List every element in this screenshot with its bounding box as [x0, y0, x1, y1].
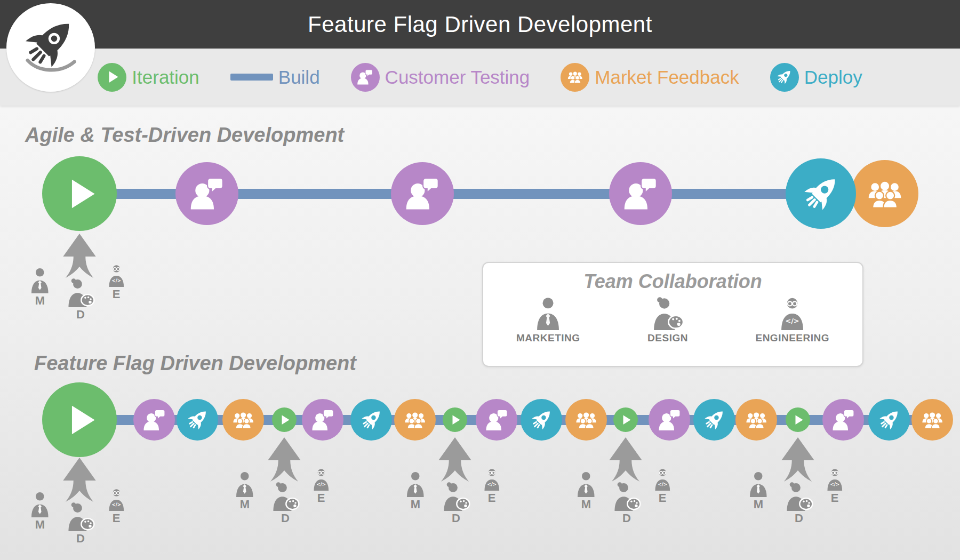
- team-member-label: M: [411, 498, 420, 511]
- team-member-label: M: [35, 294, 45, 308]
- team-member-e: </>E: [100, 265, 132, 301]
- legend-item-build: Build: [230, 67, 320, 88]
- arrow-up-icon: [59, 458, 100, 503]
- customer-testing-icon: [187, 174, 226, 213]
- team-contribution-group: MD</>E: [394, 437, 516, 529]
- customer-testing-icon: [484, 407, 509, 433]
- rocket-icon: [185, 407, 210, 433]
- person-marketing-icon: [405, 471, 426, 497]
- svg-text:</>: </>: [111, 278, 121, 283]
- crowd-icon: [919, 407, 945, 433]
- rocket-logo-icon: [18, 15, 83, 80]
- crowd-icon: [402, 407, 428, 433]
- team-contribution-group: MD</>E: [18, 458, 141, 549]
- node-deploy: [786, 158, 856, 229]
- rocket-icon: [529, 407, 554, 433]
- person-marketing-icon: [534, 297, 562, 330]
- crowd-icon: [864, 173, 906, 214]
- team-member-d: D: [779, 482, 819, 525]
- node-feedback: [911, 399, 953, 441]
- svg-text:</>: </>: [658, 482, 667, 487]
- rocket-icon: [701, 407, 727, 433]
- legend-label: Iteration: [132, 67, 199, 88]
- page-title: Feature Flag Driven Development: [308, 12, 652, 37]
- person-marketing-icon: [29, 268, 51, 293]
- header-bar: Feature Flag Driven Development: [0, 0, 960, 49]
- role-design: DESIGN: [647, 297, 688, 344]
- person-engineering-icon: </>: [107, 489, 126, 511]
- team-roles: MARKETINGDESIGN</>ENGINEERING: [483, 293, 862, 344]
- person-design-icon: [66, 278, 95, 307]
- play-icon: [103, 68, 122, 86]
- legend-label: Deploy: [804, 67, 862, 88]
- arrow-up-icon: [59, 234, 100, 279]
- team-member-label: E: [659, 491, 667, 505]
- play-icon: [57, 397, 103, 443]
- node-iteration: [42, 382, 117, 457]
- team-member-m: M: [398, 471, 433, 511]
- legend-item-iteration: Iteration: [98, 63, 199, 92]
- team-member-d: D: [436, 482, 476, 525]
- customer-testing-icon: [657, 407, 682, 433]
- team-member-d: D: [61, 502, 100, 546]
- node-feedback: [222, 399, 264, 441]
- svg-text:</>: </>: [111, 502, 121, 507]
- team-member-e: </>E: [305, 468, 337, 505]
- node-iteration: [443, 407, 467, 432]
- team-member-label: E: [113, 287, 121, 301]
- legend-item-market-feedback: Market Feedback: [561, 63, 739, 92]
- crowd-icon-badge: [561, 63, 589, 92]
- team-member-e: </>E: [646, 468, 678, 505]
- team-member-label: M: [754, 498, 763, 511]
- crowd-icon: [566, 68, 585, 86]
- person-engineering-icon: </>: [483, 468, 501, 491]
- svg-text:</>: </>: [786, 317, 799, 325]
- team-member-d: D: [607, 482, 646, 525]
- person-design-icon: [66, 502, 95, 531]
- team-member-d: D: [61, 278, 100, 322]
- person-marketing-icon: [748, 471, 769, 497]
- team-member-label: D: [452, 511, 460, 525]
- node-deploy: [521, 399, 562, 441]
- person-design-icon: [612, 482, 641, 511]
- node-deploy: [350, 399, 392, 441]
- person-design-icon: [271, 482, 300, 511]
- team-member-label: D: [622, 511, 631, 525]
- build-bar-icon: [230, 74, 273, 81]
- crowd-icon: [743, 407, 769, 433]
- team-member-m: M: [227, 471, 262, 511]
- person-marketing-icon: [575, 471, 597, 497]
- crowd-icon: [230, 407, 256, 433]
- person-engineering-icon: </>: [826, 468, 844, 491]
- logo: [6, 3, 95, 92]
- rocket-icon: [775, 68, 794, 86]
- team-member-m: M: [569, 471, 604, 511]
- role-label: DESIGN: [647, 332, 688, 344]
- role-label: MARKETING: [516, 332, 580, 344]
- role-label: ENGINEERING: [755, 332, 829, 344]
- customer-testing-icon: [141, 407, 167, 433]
- svg-text:</>: </>: [316, 482, 326, 487]
- rocket-icon: [358, 407, 384, 433]
- node-iteration: [786, 407, 810, 432]
- customer-testing-icon-badge: [351, 63, 380, 92]
- team-member-label: E: [317, 491, 325, 505]
- section-title-ffdd: Feature Flag Driven Development: [34, 352, 356, 375]
- team-member-label: D: [795, 511, 803, 525]
- team-contribution-group: MD</>E: [564, 437, 687, 529]
- svg-text:</>: </>: [487, 482, 497, 487]
- team-member-e: </>E: [819, 468, 851, 505]
- legend-item-customer-testing: Customer Testing: [351, 63, 530, 92]
- node-customer: [175, 162, 238, 225]
- crowd-icon: [573, 407, 599, 433]
- team-member-label: M: [581, 498, 591, 511]
- customer-testing-icon: [356, 68, 374, 86]
- team-member-e: </>E: [476, 468, 508, 505]
- team-member-m: M: [22, 268, 58, 308]
- person-marketing-icon: [29, 492, 51, 517]
- arrow-up-icon: [605, 437, 646, 483]
- node-deploy: [693, 399, 735, 441]
- play-icon-badge: [98, 63, 126, 92]
- node-customer: [476, 399, 517, 441]
- arrow-up-icon: [778, 437, 818, 483]
